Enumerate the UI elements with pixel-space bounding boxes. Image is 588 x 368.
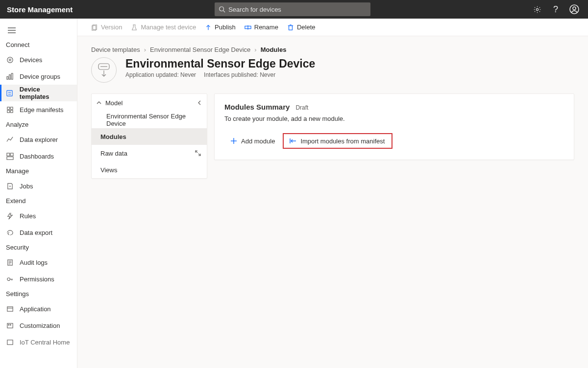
tree-item-device[interactable]: Environmental Sensor Edge Device <box>92 112 207 128</box>
svg-point-34 <box>8 324 9 325</box>
top-bar: Store Management ? <box>0 0 588 19</box>
svg-line-50 <box>198 154 200 156</box>
svg-point-35 <box>10 324 11 325</box>
device-groups-icon <box>6 73 14 80</box>
sidebar-item-devices[interactable]: Devices <box>0 51 77 68</box>
svg-rect-19 <box>10 110 13 113</box>
add-module-button[interactable]: Add module <box>224 133 281 149</box>
command-bar: Version Manage test device Publish Renam… <box>77 19 588 36</box>
search-container <box>215 2 370 16</box>
svg-rect-13 <box>7 90 12 95</box>
search-box[interactable] <box>215 2 370 16</box>
model-tree-panel: Model Environmental Sensor Edge Device M… <box>91 93 207 179</box>
svg-rect-11 <box>9 74 10 79</box>
chevron-left-icon[interactable] <box>197 100 202 105</box>
cmd-publish[interactable]: Publish <box>205 23 236 31</box>
svg-rect-31 <box>7 306 12 311</box>
dashboards-icon <box>6 153 14 160</box>
account-icon[interactable] <box>569 4 579 14</box>
page-title: Environmental Sensor Edge Device <box>125 57 315 70</box>
version-icon <box>91 24 98 31</box>
crumb-template[interactable]: Environmental Sensor Edge Device <box>150 46 250 53</box>
sidebar-item-customization[interactable]: Customization <box>0 317 77 334</box>
edge-manifests-icon <box>6 106 14 114</box>
jobs-icon <box>6 183 14 190</box>
import-modules-button[interactable]: Import modules from manifest <box>283 133 392 149</box>
import-icon <box>290 138 296 144</box>
nav-group-manage: Manage <box>0 164 77 178</box>
publish-icon <box>205 24 212 31</box>
rules-icon <box>6 212 14 220</box>
interfaces-published-label: Interfaces published: Never <box>204 71 275 78</box>
svg-rect-21 <box>10 153 13 156</box>
delete-icon <box>287 24 294 31</box>
application-icon <box>6 305 14 313</box>
svg-rect-16 <box>7 107 9 109</box>
modules-hint-text: To create your module, add a new module. <box>224 115 564 122</box>
customization-icon <box>6 322 14 329</box>
svg-rect-36 <box>7 340 12 344</box>
tree-model-header[interactable]: Model <box>92 94 207 112</box>
sidebar-item-data-explorer[interactable]: Data explorer <box>0 131 77 148</box>
sidebar-item-edge-manifests[interactable]: Edge manifests <box>0 101 77 118</box>
device-templates-icon <box>6 90 14 97</box>
svg-point-0 <box>220 7 224 11</box>
help-icon[interactable]: ? <box>551 4 561 14</box>
device-template-icon <box>91 57 117 83</box>
crumb-root[interactable]: Device templates <box>91 46 140 53</box>
sidebar-item-audit-logs[interactable]: Audit logs <box>0 254 77 271</box>
chevron-right-icon: › <box>254 46 256 53</box>
nav-group-analyze: Analyze <box>0 118 77 131</box>
nav-group-extend: Extend <box>0 194 77 207</box>
cmd-manage-test-device: Manage test device <box>131 23 196 31</box>
tree-item-raw-data[interactable]: Raw data <box>92 145 207 161</box>
chevron-right-icon: › <box>144 46 146 53</box>
sidebar-item-application[interactable]: Application <box>0 300 77 317</box>
settings-icon[interactable] <box>532 4 542 14</box>
sidebar-item-rules[interactable]: Rules <box>0 207 77 224</box>
sidebar-item-data-export[interactable]: Data export <box>0 224 77 241</box>
modules-summary-title: Modules Summary <box>224 103 290 111</box>
rename-icon <box>245 24 251 31</box>
svg-rect-43 <box>289 25 292 30</box>
svg-rect-17 <box>10 107 13 109</box>
plus-icon <box>230 138 237 144</box>
main-area: Version Manage test device Publish Renam… <box>77 19 588 368</box>
crumb-current: Modules <box>261 46 287 53</box>
search-input[interactable] <box>228 6 367 13</box>
svg-point-4 <box>573 7 576 10</box>
chevron-up-icon <box>97 100 101 105</box>
cmd-rename[interactable]: Rename <box>245 23 278 31</box>
search-icon <box>219 6 225 13</box>
tree-item-views[interactable]: Views <box>92 161 207 178</box>
expand-icon[interactable] <box>195 150 201 156</box>
app-title: Store Management <box>7 5 73 14</box>
modules-summary-panel: Modules Summary Draft To create your mod… <box>214 93 574 160</box>
cmd-delete[interactable]: Delete <box>287 23 316 31</box>
cmd-version: Version <box>91 23 122 31</box>
svg-rect-12 <box>11 73 13 79</box>
sidebar: Connect Devices Device groups Device tem… <box>0 19 77 368</box>
manage-test-device-icon <box>131 24 138 31</box>
sidebar-item-device-templates[interactable]: Device templates <box>0 85 77 101</box>
sidebar-item-dashboards[interactable]: Dashboards <box>0 148 77 164</box>
breadcrumb: Device templates › Environmental Sensor … <box>91 46 574 53</box>
svg-line-1 <box>223 11 225 13</box>
sidebar-item-iot-central-home[interactable]: IoT Central Home <box>0 334 77 350</box>
svg-rect-22 <box>6 157 13 160</box>
svg-point-2 <box>536 8 538 10</box>
tree-item-modules[interactable]: Modules <box>92 128 207 145</box>
hamburger-icon[interactable] <box>0 25 77 38</box>
nav-group-connect: Connect <box>0 38 77 51</box>
sidebar-item-device-groups[interactable]: Device groups <box>0 68 77 85</box>
svg-point-8 <box>7 57 12 62</box>
devices-icon <box>6 56 14 64</box>
home-icon <box>6 339 14 346</box>
audit-logs-icon <box>6 259 14 266</box>
svg-rect-20 <box>6 153 9 156</box>
svg-line-49 <box>196 151 197 153</box>
sidebar-item-jobs[interactable]: Jobs <box>0 178 77 194</box>
data-export-icon <box>6 229 14 236</box>
sidebar-item-permissions[interactable]: Permissions <box>0 271 77 287</box>
permissions-icon <box>6 276 14 283</box>
